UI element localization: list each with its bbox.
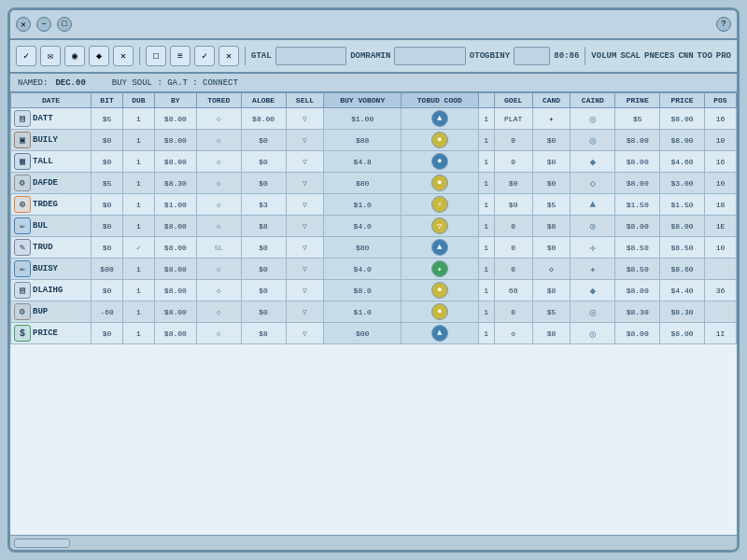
label-otogbiny: OTOGBINY xyxy=(470,51,510,61)
table-row[interactable]: ▤ DATT $51$8.00◇$8.00 ▽ $1.00 ▲ 1PLAT✦ ◎… xyxy=(11,108,737,130)
cell-sell: ▽ xyxy=(286,194,324,216)
cell-caind: ▲ xyxy=(571,194,615,216)
cell-caind: ⊙ xyxy=(571,216,615,237)
scroll-bar[interactable] xyxy=(10,535,737,550)
cell-sell: ▽ xyxy=(286,280,324,301)
status-bar: NAMED: DEC.00 BUY SOUL : GA.T : CONNECT xyxy=(10,74,737,92)
cell-sell: ▽ xyxy=(286,259,324,280)
table-row[interactable]: ▣ BUILY $01$8.00◇$0 ▽ $88 ● 10$0 ◎ $8.00… xyxy=(11,130,737,151)
cell-n: 1 xyxy=(478,237,494,259)
cell-bit: $5 xyxy=(92,108,123,130)
cell-prine: $5 xyxy=(615,108,660,130)
mail-btn[interactable]: ✉ xyxy=(40,46,61,66)
row-icon: ▤ xyxy=(14,110,31,127)
cell-alobe: $0 xyxy=(241,237,286,259)
label-too: TOO xyxy=(698,51,712,61)
check-btn[interactable]: ✓ xyxy=(16,46,36,66)
row-icon: ⊙ xyxy=(14,196,31,213)
cell-goel: 0 xyxy=(494,237,532,259)
cell-alobe: $0 xyxy=(241,151,286,173)
cell-by: $8.00 xyxy=(154,237,196,259)
cell-goel: 0 xyxy=(494,151,532,173)
title-bar: ✕ – □ ? xyxy=(10,10,737,40)
cell-tored: ◇ xyxy=(196,259,241,280)
cell-buyvol: $4.0 xyxy=(324,216,402,237)
cell-pos: 10 xyxy=(704,173,736,194)
cell-n: 1 xyxy=(478,259,494,280)
cell-alobe: $3 xyxy=(241,194,286,216)
cell-cand: $8 xyxy=(532,216,571,237)
cell-by: $8.00 xyxy=(154,323,196,344)
table-row[interactable]: ✏ BUL $01$8.00◇$8 ▽ $4.0 ▽ 10$8 ⊙ $8.00$… xyxy=(11,216,737,237)
cell-dub: 1 xyxy=(122,173,154,194)
cell-n: 1 xyxy=(478,151,494,173)
cell-bit: $0 xyxy=(92,216,123,237)
list-btn[interactable]: ≡ xyxy=(170,46,190,66)
cell-cand: $5 xyxy=(532,301,571,323)
cell-goel: $0 xyxy=(494,194,532,216)
table-row[interactable]: ▦ TALL $01$8.00◇$0 ▽ $4.8 ● 10$0 ◆ $8.00… xyxy=(11,151,737,173)
cell-price: $4.60 xyxy=(660,151,705,173)
cell-tobud: ● xyxy=(401,280,478,301)
table-container[interactable]: DATE BIT DUB BY TORED ALOBE SELL BUY VOB… xyxy=(10,92,737,535)
tobud-icon: ● xyxy=(431,175,448,191)
cell-buyvol: $80 xyxy=(324,237,402,259)
cell-dub: 1 xyxy=(122,151,154,173)
label-volum: VOLUM xyxy=(591,51,616,61)
tobud-icon: ● xyxy=(431,132,448,148)
row-icon: ⚙ xyxy=(14,175,31,191)
main-window: ✕ – □ ? ✓ ✉ ◉ ◆ ✕ □ ≡ ✓ ✕ GTAL DOMRAMIN … xyxy=(7,7,740,553)
cell-by: $8.00 xyxy=(154,280,196,301)
cell-prine: $1.50 xyxy=(615,194,660,216)
table-row[interactable]: ✎ TRUD $0✓$8.00SL$0 ▽ $80 ▲ 10$0 ✛ $8.50… xyxy=(11,237,737,259)
header-row: DATE BIT DUB BY TORED ALOBE SELL BUY VOB… xyxy=(11,93,737,108)
table-row[interactable]: ⚙ BUP -601$8.00◇$0 ▽ $1.0 ● 10$5 ◎ $8.30… xyxy=(11,301,737,323)
cell-cand: ✦ xyxy=(532,108,571,130)
cell-alobe: $0 xyxy=(241,130,286,151)
square-btn[interactable]: □ xyxy=(146,46,166,66)
col-by: BY xyxy=(154,93,196,108)
circle-btn[interactable]: ◉ xyxy=(64,46,85,66)
cell-tored: ◇ xyxy=(196,194,241,216)
diamond-btn[interactable]: ◆ xyxy=(89,46,109,66)
table-row[interactable]: ▤ DLAIHG $01$8.00◇$0 ▽ $8.0 ● 160$8 ◆ $8… xyxy=(11,280,737,301)
check2-btn[interactable]: ✓ xyxy=(194,46,215,66)
close-btn[interactable]: ✕ xyxy=(16,17,31,32)
cell-n: 1 xyxy=(478,323,494,344)
cell-alobe: $8.00 xyxy=(241,108,286,130)
table-row[interactable]: ⚙ DAFDE $51$8.30◇$0 ▽ $80 ● 1$0$0 ◇ $8.0… xyxy=(11,173,737,194)
cell-caind: ◎ xyxy=(571,323,615,344)
cell-buyvol: $4.8 xyxy=(324,151,402,173)
col-sell: SELL xyxy=(286,93,324,108)
table-row[interactable]: $ PRICE $01$8.00◇$8 ▽ $00 ▲ 1◇$8 ◎ $8.00… xyxy=(11,323,737,344)
cell-dub: 1 xyxy=(122,108,154,130)
tobud-icon: ✦ xyxy=(431,260,448,277)
cell-sell: ▽ xyxy=(286,301,324,323)
min-btn[interactable]: – xyxy=(36,17,51,32)
label-domramin: DOMRAMIN xyxy=(350,51,390,61)
cell-tobud: ▲ xyxy=(401,237,478,259)
cell-alobe: $0 xyxy=(241,173,286,194)
scroll-thumb[interactable] xyxy=(14,539,70,548)
table-row[interactable]: ✏ BUISY $001$8.00◇$0 ▽ $4.0 ✦ 10◇ ✦ $8.5… xyxy=(11,259,737,280)
row-icon: ▣ xyxy=(14,132,31,148)
x-btn[interactable]: ✕ xyxy=(113,46,134,66)
row-icon: $ xyxy=(14,325,31,342)
table-row[interactable]: ⊙ TRDEG $01$1.00◇$3 ▽ $1.0 ⚡ 1$0$5 ▲ $1.… xyxy=(11,194,737,216)
max-btn[interactable]: □ xyxy=(57,17,72,32)
tobud-icon: ● xyxy=(431,282,448,299)
cell-prine: $8.00 xyxy=(615,173,660,194)
cell-tobud: ● xyxy=(401,151,478,173)
cell-tored: SL xyxy=(196,237,241,259)
cell-dub: 1 xyxy=(122,130,154,151)
x2-btn[interactable]: ✕ xyxy=(218,46,239,66)
cell-buyvol: $1.0 xyxy=(324,194,402,216)
cell-name: ✎ TRUD xyxy=(11,237,92,259)
cell-sell: ▽ xyxy=(286,237,324,259)
cell-name: ⊙ TRDEG xyxy=(11,194,92,216)
cell-bit: -60 xyxy=(92,301,123,323)
cell-pos: 36 xyxy=(704,280,736,301)
help-btn[interactable]: ? xyxy=(716,17,731,32)
cell-name: ▤ DATT xyxy=(11,108,92,130)
cell-by: $8.00 xyxy=(154,301,196,323)
